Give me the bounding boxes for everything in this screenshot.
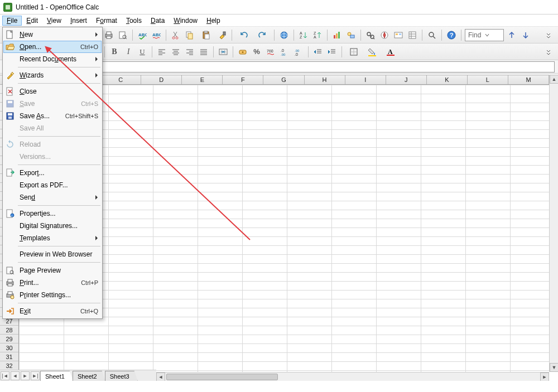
menu-item-save[interactable]: Save Ctrl+S: [3, 98, 102, 110]
sheet-tab-3[interactable]: Sheet3: [105, 371, 138, 381]
menu-item-exit[interactable]: Exit Ctrl+Q: [3, 305, 102, 317]
scroll-right-button[interactable]: ►: [540, 372, 549, 381]
decrease-indent-button[interactable]: [312, 46, 324, 58]
menu-item-saveas[interactable]: Save As... Ctrl+Shift+S: [3, 110, 102, 122]
row-head[interactable]: 28: [0, 326, 18, 335]
find-toolbar[interactable]: Find: [465, 29, 504, 41]
scroll-up-button[interactable]: ▲: [550, 75, 558, 84]
spellcheck-button[interactable]: ABC: [136, 29, 148, 41]
row-head[interactable]: 32: [0, 361, 18, 370]
sheet-tab-2[interactable]: Sheet2: [73, 371, 105, 381]
print-button[interactable]: [103, 29, 115, 41]
menu-item-properties[interactable]: i Properties...: [3, 207, 102, 220]
bgcolor-button[interactable]: [364, 46, 381, 58]
justify-button[interactable]: [198, 46, 210, 58]
menu-item-exportpdf[interactable]: Export as PDF...: [3, 179, 102, 191]
menu-item-new[interactable]: New: [3, 28, 102, 41]
col-head[interactable]: E: [182, 75, 223, 84]
col-head[interactable]: L: [468, 75, 508, 84]
tab-last-button[interactable]: ►|: [31, 371, 40, 380]
col-head[interactable]: C: [100, 75, 141, 84]
sort-desc-button[interactable]: ZA: [311, 29, 324, 41]
col-head[interactable]: G: [263, 75, 304, 84]
menu-item-print[interactable]: Print... Ctrl+P: [3, 277, 102, 289]
scroll-down-button[interactable]: ▼: [550, 363, 558, 372]
formula-input[interactable]: [79, 61, 555, 72]
menu-item-preview-web[interactable]: Preview in Web Browser: [3, 248, 102, 260]
menu-item-wizards[interactable]: Wizards: [3, 69, 102, 81]
tab-prev-button[interactable]: ◄: [11, 371, 20, 380]
find-prev-button[interactable]: [506, 29, 518, 41]
row-head[interactable]: 29: [0, 335, 18, 343]
undo-button[interactable]: [235, 29, 252, 41]
menu-item-page-preview[interactable]: Page Preview: [3, 264, 102, 277]
percent-button[interactable]: %: [251, 46, 263, 58]
menu-insert[interactable]: Insert: [66, 16, 92, 26]
scroll-thumb[interactable]: [166, 374, 278, 380]
align-right-button[interactable]: [184, 46, 196, 58]
menu-help[interactable]: Help: [202, 16, 225, 26]
col-head[interactable]: H: [305, 75, 345, 84]
chart-button[interactable]: [331, 29, 343, 41]
menu-view[interactable]: View: [42, 16, 66, 26]
sheet-tab-1[interactable]: Sheet1: [40, 371, 73, 381]
col-head[interactable]: F: [223, 75, 263, 84]
currency-button[interactable]: [237, 46, 249, 58]
paste-button[interactable]: [198, 29, 214, 41]
menu-item-open[interactable]: Open... Ctrl+O: [3, 41, 102, 53]
menu-item-send[interactable]: Send: [3, 191, 102, 204]
menu-item-printer-settings[interactable]: Printer Settings...: [3, 289, 102, 301]
menu-item-digsig[interactable]: Digital Signatures...: [3, 220, 102, 232]
italic-button[interactable]: I: [122, 46, 134, 58]
menu-item-close[interactable]: Close: [3, 85, 102, 98]
menu-tools[interactable]: Tools: [122, 16, 146, 26]
col-head[interactable]: M: [508, 75, 549, 84]
menu-file[interactable]: File: [2, 16, 22, 26]
menu-item-versions[interactable]: Versions...: [3, 151, 102, 163]
increase-indent-button[interactable]: [326, 46, 338, 58]
col-head[interactable]: J: [386, 75, 427, 84]
row-head[interactable]: 30: [0, 343, 18, 352]
menu-item-templates[interactable]: Templates: [3, 232, 102, 244]
sort-asc-button[interactable]: AZ: [297, 29, 310, 41]
menu-item-reload[interactable]: Reload: [3, 138, 102, 151]
align-left-button[interactable]: [156, 46, 168, 58]
page-preview-button[interactable]: [117, 29, 129, 41]
help-button[interactable]: ?: [445, 29, 458, 41]
navigator-button[interactable]: [378, 29, 391, 41]
scroll-left-button[interactable]: ◄: [156, 372, 165, 381]
menu-edit[interactable]: Edit: [22, 16, 42, 26]
autospell-button[interactable]: ABC: [150, 29, 162, 41]
col-head[interactable]: I: [345, 75, 386, 84]
underline-button[interactable]: U: [136, 46, 148, 58]
menu-item-saveall[interactable]: Save All: [3, 122, 102, 134]
row-head[interactable]: 31: [0, 352, 18, 361]
copy-button[interactable]: [184, 29, 196, 41]
col-head[interactable]: K: [427, 75, 468, 84]
show-draw-button[interactable]: [345, 29, 357, 41]
toolbar-overflow-button[interactable]: [542, 29, 555, 41]
datasources-button[interactable]: [406, 29, 419, 41]
horizontal-scrollbar[interactable]: ◄ ►: [156, 372, 549, 381]
col-head[interactable]: D: [141, 75, 182, 84]
standard-format-button[interactable]: 760: [264, 46, 277, 58]
merge-cells-button[interactable]: [217, 46, 229, 58]
align-center-button[interactable]: [170, 46, 182, 58]
toolbar-overflow-button[interactable]: [542, 46, 555, 58]
menu-item-export[interactable]: Export...: [3, 167, 102, 179]
add-decimal-button[interactable]: .0.00: [278, 46, 291, 58]
menu-item-recent[interactable]: Recent Documents: [3, 53, 102, 65]
vertical-scrollbar[interactable]: ▲ ▼: [549, 75, 558, 372]
delete-decimal-button[interactable]: .00.0: [292, 46, 305, 58]
format-paintbrush-button[interactable]: [216, 29, 228, 41]
gallery-button[interactable]: [392, 29, 405, 41]
menu-window[interactable]: Window: [169, 16, 202, 26]
cut-button[interactable]: [170, 29, 182, 41]
menu-format[interactable]: Format: [92, 16, 122, 26]
redo-button[interactable]: [254, 29, 271, 41]
find-replace-button[interactable]: [364, 29, 377, 41]
borders-button[interactable]: [345, 46, 362, 58]
find-next-button[interactable]: [519, 29, 532, 41]
menu-data[interactable]: Data: [146, 16, 169, 26]
zoom-button[interactable]: [426, 29, 438, 41]
